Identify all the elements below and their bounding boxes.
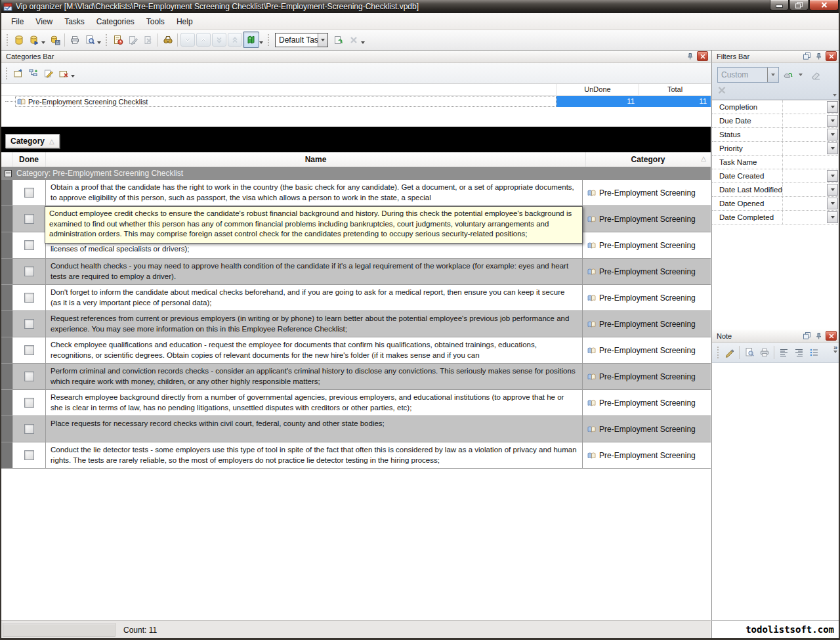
filter-dropdown-button[interactable] [827, 101, 838, 113]
new-task-button[interactable] [110, 32, 125, 47]
filter-value-cell[interactable] [783, 183, 827, 196]
done-cell[interactable] [12, 259, 46, 284]
task-row[interactable]: Obtain a proof that the candidate has th… [1, 180, 711, 206]
filter-value-cell[interactable] [783, 156, 827, 169]
close-panel-icon[interactable] [697, 51, 708, 61]
task-category-cell[interactable]: Pre-Employment Screening [583, 232, 711, 258]
save-filter-button[interactable] [783, 70, 795, 80]
task-category-cell[interactable]: Pre-Employment Screening [583, 285, 711, 310]
toolbar-grip[interactable] [5, 33, 9, 47]
task-row[interactable]: Perform criminal and conviction records … [1, 364, 711, 390]
row-selector-cell[interactable] [1, 206, 12, 232]
task-name-cell[interactable]: Obtain a proof that the candidate has th… [46, 180, 583, 205]
close-panel-icon[interactable] [826, 331, 837, 341]
done-cell[interactable] [12, 364, 46, 389]
toolbar-grip[interactable] [716, 345, 719, 360]
task-category-cell[interactable]: Pre-Employment Screening [583, 390, 711, 416]
minimize-button[interactable] [770, 0, 789, 11]
apply-template-button[interactable] [331, 32, 346, 47]
toolbar-grip[interactable] [266, 33, 270, 47]
new-subcategory-button[interactable] [26, 66, 41, 81]
done-checkbox[interactable] [24, 372, 34, 381]
edit-task-button[interactable] [125, 32, 140, 47]
task-name-cell[interactable]: Request references from current or previ… [46, 311, 583, 337]
new-category-button[interactable] [10, 66, 26, 81]
save-filter-caret-icon[interactable] [799, 74, 803, 76]
task-row[interactable]: Request references from current or previ… [1, 311, 711, 337]
filter-value-cell[interactable] [783, 142, 827, 155]
task-name-cell[interactable]: Perform criminal and conviction records … [46, 364, 583, 389]
undone-column-header[interactable]: UnDone [556, 84, 639, 95]
task-category-cell[interactable]: Pre-Employment Screening [583, 364, 711, 389]
task-row[interactable]: Don't forget to inform the candidate abo… [1, 285, 711, 311]
done-checkbox[interactable] [24, 293, 34, 303]
menu-help[interactable]: Help [171, 14, 199, 29]
category-item-name[interactable]: Pre-Employment Screening Checklist [15, 96, 556, 107]
filter-preset-select[interactable]: Custom [717, 67, 779, 83]
task-name-cell[interactable]: Conduct the lie detector tests - some em… [46, 442, 583, 468]
print-button[interactable] [67, 32, 82, 47]
open-database-dropdown-caret-icon[interactable] [41, 41, 45, 44]
done-checkbox[interactable] [24, 424, 34, 434]
template-dropdown-caret-icon[interactable] [361, 41, 365, 44]
menu-categories[interactable]: Categories [91, 14, 140, 29]
notebook-dropdown-caret-icon[interactable] [259, 41, 263, 44]
task-category-cell[interactable]: Pre-Employment Screening [583, 259, 711, 284]
row-selector-cell[interactable] [1, 364, 12, 389]
task-name-cell[interactable]: Conduct health checks - you may need to … [46, 259, 583, 284]
row-selector-cell[interactable] [1, 180, 12, 205]
task-category-cell[interactable]: Pre-Employment Screening [583, 311, 711, 337]
collapse-group-icon[interactable] [5, 170, 12, 177]
task-category-cell[interactable]: Pre-Employment Screening [583, 337, 711, 363]
done-checkbox[interactable] [24, 240, 34, 250]
task-row[interactable]: Place requests for necessary record chec… [1, 416, 711, 442]
done-cell[interactable] [12, 337, 46, 363]
task-row[interactable]: Research employee background directly fr… [1, 390, 711, 416]
done-cell[interactable] [12, 232, 46, 258]
note-preview-button[interactable] [742, 345, 757, 360]
align-right-button[interactable] [791, 345, 807, 360]
filter-dropdown-button[interactable] [827, 142, 838, 154]
menu-tools[interactable]: Tools [140, 14, 171, 29]
done-checkbox[interactable] [24, 398, 34, 408]
task-name-cell[interactable]: Don't forget to inform the candidate abo… [46, 285, 583, 310]
close-button[interactable] [809, 0, 839, 11]
menu-file[interactable]: File [5, 14, 30, 29]
done-cell[interactable] [12, 311, 46, 337]
move-task-bottom-button[interactable] [212, 33, 226, 47]
filter-dropdown-button[interactable] [827, 211, 838, 223]
restore-panel-icon[interactable] [802, 331, 812, 340]
pin-icon[interactable] [814, 331, 824, 340]
restore-button[interactable] [789, 0, 808, 11]
align-left-button[interactable] [776, 345, 791, 360]
close-panel-icon[interactable] [826, 51, 837, 61]
task-row[interactable]: Check employee qualifications and educat… [1, 337, 711, 364]
done-cell[interactable] [12, 416, 46, 442]
move-task-top-button[interactable] [228, 33, 242, 47]
done-column-header[interactable]: Done [12, 152, 46, 167]
filter-value-cell[interactable] [783, 128, 827, 141]
delete-category-button[interactable] [56, 66, 71, 81]
note-content-area[interactable] [712, 363, 839, 621]
name-column-header[interactable]: Name [46, 152, 586, 167]
bullet-list-button[interactable] [807, 345, 822, 360]
filter-dropdown-button[interactable] [827, 184, 838, 196]
cancel-template-button[interactable] [346, 32, 361, 47]
done-cell[interactable] [12, 180, 46, 205]
done-checkbox[interactable] [24, 188, 34, 198]
task-template-dropdown-button[interactable] [318, 33, 327, 47]
note-print-button[interactable] [757, 345, 772, 360]
row-selector-cell[interactable] [1, 390, 12, 416]
task-template-select[interactable]: Default Task [275, 33, 328, 47]
done-checkbox[interactable] [24, 319, 34, 329]
row-selector-cell[interactable] [1, 232, 12, 258]
filter-value-cell[interactable] [783, 114, 827, 127]
edit-note-button[interactable] [722, 345, 737, 360]
task-row[interactable]: Conduct the lie detector tests - some em… [1, 442, 711, 469]
toolbar-overflow-icon[interactable]: » [833, 344, 837, 351]
remove-filter-button[interactable] [717, 86, 726, 95]
category-column-header[interactable]: Category △ [586, 152, 711, 167]
task-name-cell[interactable]: Place requests for necessary record chec… [46, 416, 583, 442]
done-checkbox[interactable] [24, 267, 34, 276]
pin-icon[interactable] [685, 52, 695, 60]
